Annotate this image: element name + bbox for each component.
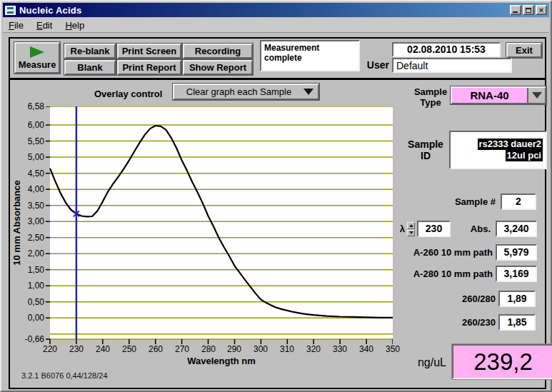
x-tick-labels: 2202302402502602702802903003103203303403… (10, 344, 410, 356)
measure-button[interactable]: Measure (14, 42, 60, 74)
spinner-up-button[interactable] (407, 222, 415, 229)
measure-label: Measure (19, 59, 56, 70)
app-window: Nucleic Acids × File Edit Help Measure R… (0, 0, 552, 392)
x-tick-label: 350 (378, 344, 407, 354)
toolbar: Measure Re-blank Blank Print Screen Prin… (10, 39, 545, 80)
print-report-button[interactable]: Print Report (117, 60, 181, 75)
x-tick-label: 320 (299, 344, 328, 354)
y-tick-label: 2,00 (11, 248, 44, 258)
maximize-button[interactable] (523, 5, 534, 15)
content-frame: Measure Re-blank Blank Print Screen Prin… (9, 37, 546, 389)
spinner-down-button[interactable] (407, 230, 415, 237)
y-tick-label: 3,50 (11, 201, 44, 211)
overlay-control-label: Overlay control (94, 89, 162, 99)
print-screen-button[interactable]: Print Screen (117, 44, 181, 59)
sample-id-field[interactable]: rs2333 dauer2 12ul pci (449, 131, 547, 169)
datetime-display: 02.08.2010 15:53 (392, 42, 501, 57)
overlay-control-value: Clear graph each Sample (174, 86, 303, 97)
chevron-down-icon (303, 89, 313, 95)
ratio-260-230-value: 1,85 (498, 314, 536, 331)
close-icon: × (539, 6, 543, 14)
sample-type-value: RNA-40 (452, 88, 527, 103)
recording-button[interactable]: Recording (183, 44, 253, 59)
sample-number-value: 2 (501, 194, 536, 210)
y-tick-label: 3,00 (11, 216, 44, 226)
spectrum-plot (46, 106, 393, 348)
y-tick-label: 1,00 (11, 281, 44, 291)
y-tick-label: 4,00 (11, 184, 44, 194)
menu-edit[interactable]: Edit (36, 20, 52, 31)
version-text: 3.2.1 B6076 0,44/128/24 (21, 371, 108, 380)
x-axis-title: Wavelength nm (187, 356, 256, 366)
a260-value: 5,979 (496, 244, 537, 261)
sample-id-label: Sample ID (404, 139, 447, 161)
x-tick-label: 280 (194, 344, 223, 354)
y-tick-label: 0,00 (11, 313, 44, 323)
concentration-value: 239,2 (452, 344, 552, 379)
ratio-260-230-label: 260/230 (417, 317, 496, 328)
ratio-260-280-label: 260/280 (417, 293, 496, 304)
user-label: User (359, 59, 389, 71)
minimize-icon (513, 11, 518, 13)
y-tick-label: 6,00 (11, 120, 44, 130)
overlay-control-dropdown[interactable]: Clear graph each Sample (173, 84, 319, 100)
measure-play-icon (30, 46, 44, 58)
a260-label: A-260 10 mm path (396, 247, 493, 258)
y-tick-label: 5,00 (11, 152, 44, 162)
arrow-down-icon (409, 231, 413, 234)
chevron-down-icon (532, 92, 542, 99)
y-tick-label: -0,66 (11, 334, 44, 344)
x-tick-label: 240 (89, 344, 117, 354)
y-tick-label: 1,50 (11, 265, 44, 275)
sample-id-line2: 12ul pci (506, 150, 543, 161)
close-button[interactable]: × (536, 5, 547, 15)
measurement-status: Measurement complete (260, 40, 360, 71)
x-tick-label: 260 (141, 344, 170, 354)
x-tick-label: 300 (246, 344, 275, 354)
x-tick-label: 230 (62, 344, 91, 354)
lambda-field[interactable]: 230 (417, 221, 451, 237)
exit-button[interactable]: Exit (506, 43, 542, 58)
lambda-label: λ (398, 223, 405, 234)
sample-id-line1: rs2333 dauer2 (478, 139, 543, 150)
minimize-button[interactable] (510, 5, 521, 15)
reblank-button[interactable]: Re-blank (64, 44, 116, 59)
main-area: Overlay control Clear graph each Sample … (10, 80, 545, 387)
lambda-spinner[interactable] (407, 222, 415, 236)
arrow-up-icon (409, 224, 413, 227)
maximize-icon (526, 8, 531, 13)
abs-value: 3,240 (496, 221, 537, 237)
y-tick-label: 5,50 (11, 136, 44, 146)
x-tick-label: 340 (352, 344, 381, 354)
blank-button[interactable]: Blank (64, 60, 116, 75)
ratio-260-280-value: 1,89 (498, 291, 536, 307)
menu-bar: File Edit Help (3, 18, 549, 33)
y-tick-label: 4,50 (11, 169, 44, 179)
window-title: Nucleic Acids (19, 5, 81, 16)
y-tick-label: 0,50 (11, 297, 44, 307)
menu-file[interactable]: File (9, 20, 24, 31)
x-tick-label: 310 (273, 344, 301, 354)
y-tick-label: 2,50 (11, 233, 44, 243)
concentration-unit-label: ng/uL (410, 356, 454, 369)
abs-label: Abs. (458, 223, 491, 234)
sample-type-label: Sample Type (410, 86, 451, 108)
x-tick-label: 250 (115, 344, 144, 354)
menu-help[interactable]: Help (65, 20, 84, 31)
sample-type-dropdown[interactable]: RNA-40 (451, 86, 546, 104)
a280-value: 3,169 (496, 266, 537, 282)
x-tick-label: 270 (168, 344, 196, 354)
x-tick-label: 330 (326, 344, 354, 354)
app-icon (5, 6, 16, 15)
title-bar[interactable]: Nucleic Acids × (3, 3, 549, 17)
y-tick-label: 6,58 (11, 101, 44, 111)
y-tick-labels: 6,586,005,505,004,504,003,503,002,502,00… (11, 106, 44, 349)
sample-number-label: Sample # (417, 196, 496, 207)
x-tick-label: 220 (36, 344, 64, 354)
x-tick-label: 290 (220, 344, 249, 354)
user-field[interactable]: Default (392, 58, 512, 73)
show-report-button[interactable]: Show Report (183, 60, 253, 75)
a280-label: A-280 10 mm path (396, 268, 493, 279)
sample-type-arrow-button[interactable] (527, 88, 545, 103)
